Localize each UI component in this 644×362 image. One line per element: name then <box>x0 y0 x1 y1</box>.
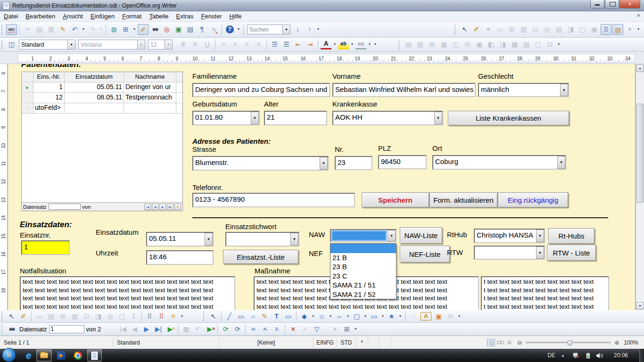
justify-icon[interactable]: ≡ <box>253 39 264 50</box>
cell-einsnr[interactable]: utoFeld> <box>33 103 65 114</box>
cell-einsnr[interactable]: 12 <box>33 93 65 103</box>
search-overflow-icon[interactable]: ▾ <box>316 24 321 35</box>
form-pointer-icon[interactable]: ↖ <box>6 311 17 322</box>
stars-dropdown-icon[interactable]: ▾ <box>398 311 403 322</box>
delete-record-icon[interactable]: ▶ <box>204 324 215 335</box>
object-bar-icon-9[interactable]: ◨ <box>497 39 508 50</box>
table-row[interactable]: 12 08.05.11 Testpersonnach <box>22 93 182 103</box>
einsatzstichwort-combo[interactable]: ▼ <box>225 232 299 247</box>
notfallsituation-textarea[interactable]: text text text text text text text text … <box>20 276 235 310</box>
activation-order-icon[interactable]: ⊡ <box>81 311 92 322</box>
taskbar-mediaplayer-button[interactable]: ▶ <box>54 349 69 362</box>
form-aktualisieren-button[interactable]: Form. aktualisieren <box>429 192 497 207</box>
align-right-icon[interactable]: ≡ <box>241 39 252 50</box>
italic-icon[interactable]: K <box>190 39 201 50</box>
search-input[interactable]: Suchen <box>248 26 282 33</box>
object-bar-icon-11[interactable]: ▧ <box>521 39 532 50</box>
toolbar-overflow-icon[interactable]: ▾ <box>236 24 241 35</box>
dropdown-icon[interactable]: ▼ <box>434 112 442 124</box>
rectangle-icon[interactable]: ▭ <box>236 311 247 322</box>
position-size-icon[interactable]: ▢ <box>116 311 127 322</box>
select-pointer-icon[interactable]: ↖ <box>459 24 470 35</box>
add-field-icon[interactable]: ▥ <box>69 311 80 322</box>
automatic-focus-icon[interactable]: ◎ <box>105 311 116 322</box>
strasse-combo[interactable]: Blumenstr.▼ <box>192 156 329 171</box>
cell-nachname[interactable]: Testpersonnach <box>124 93 176 103</box>
autospellcheck-icon[interactable]: ABC <box>6 24 17 35</box>
data-source-as-table-icon[interactable]: ⊞ <box>341 324 352 335</box>
volume-icon[interactable] <box>596 353 604 359</box>
guides-icon[interactable]: = <box>168 311 179 322</box>
scroll-down-icon[interactable]: ▼ <box>636 302 644 310</box>
horizontal-ruler[interactable]: 1234567891011121314151617181920212223242… <box>0 52 644 64</box>
callouts-dropdown-icon[interactable]: ▾ <box>380 311 385 322</box>
form-navigator2-icon[interactable]: ⊞ <box>58 311 68 322</box>
snap-to-grid-icon[interactable]: ⠿ <box>156 311 167 322</box>
scroll-up-icon[interactable]: ▲ <box>636 65 644 72</box>
image-button-icon[interactable]: ▣ <box>589 24 600 35</box>
rtw-liste-button[interactable]: RTW - Liste <box>547 245 596 261</box>
object-bar-icon-1[interactable]: ▤ <box>403 39 414 50</box>
object-bar-icon-10[interactable]: ▩ <box>509 39 520 50</box>
document-close-icon[interactable]: × <box>637 12 640 19</box>
copy-icon[interactable]: ▤ <box>34 24 45 35</box>
block-arrows-icon[interactable]: ⇔ <box>334 311 345 322</box>
cell-einsatzdatum[interactable]: 08.05.11 <box>65 93 124 103</box>
object-bar-icon-6[interactable]: ⊟ <box>462 39 473 50</box>
highlighting-icon[interactable]: ab <box>338 40 349 49</box>
vertical-scrollbar[interactable]: ▲ ▼ <box>636 64 644 310</box>
einsatzdatum-combo[interactable]: 05.05.11▼ <box>146 232 214 247</box>
patient-table[interactable]: Eins.-Nr. Einsatzdatum Nachname ▸ 1 05.0… <box>21 72 183 211</box>
dropdown-icon[interactable]: ▼ <box>557 156 565 169</box>
telefonnr-input[interactable]: 0123 - 4567890 <box>192 193 355 207</box>
font-name-value[interactable]: Verdana <box>79 41 137 48</box>
highlighting-dropdown-icon[interactable]: ▾ <box>350 39 355 50</box>
dropdown-icon[interactable]: ▼ <box>388 230 396 241</box>
bullet-list-icon[interactable]: ☰ <box>281 39 292 50</box>
record-number-input[interactable] <box>49 325 84 333</box>
menu-item[interactable]: Extras <box>173 11 198 21</box>
geschlecht-combo[interactable]: männlich▼ <box>478 83 569 97</box>
toolbar-grip[interactable] <box>454 25 456 34</box>
row-selector[interactable]: ▸ <box>22 82 33 93</box>
callouts-icon[interactable]: ▭ <box>369 311 380 322</box>
cell-einsatzdatum[interactable] <box>65 103 124 114</box>
redo-dropdown-icon[interactable]: ▾ <box>99 24 103 35</box>
form-design-toggle-icon[interactable]: ✐ <box>18 311 29 322</box>
object-bar-icon-2[interactable]: ▥ <box>415 39 426 50</box>
rt-hubs-button[interactable]: Rt-Hubs <box>548 228 594 244</box>
naw-option[interactable]: 23 C <box>330 272 396 281</box>
design-overflow-icon[interactable]: ▾ <box>180 311 184 322</box>
object-bar-icon-7[interactable]: ▣ <box>474 39 485 50</box>
find-replace-icon[interactable]: ◉◉ <box>149 24 160 35</box>
naw-option[interactable]: SAMA 21 / 52 <box>330 290 396 299</box>
dropdown-icon[interactable]: ▼ <box>290 233 298 246</box>
text-box-icon[interactable]: ▥ <box>518 24 529 35</box>
menu-item[interactable]: Ansicht <box>59 11 87 21</box>
einsatzstichwort-liste-button[interactable]: Einsatzst.-Liste <box>223 250 298 264</box>
line-icon[interactable]: ╱ <box>224 311 235 322</box>
naw-option[interactable] <box>330 244 396 253</box>
dropdown-icon[interactable]: ▼ <box>320 157 328 170</box>
object-bar-icon-8[interactable]: ◧ <box>486 39 496 50</box>
familienname-input[interactable]: Deringer von und zu Coburg Sachsen und <box>192 83 330 97</box>
clock[interactable]: 20:06 <box>614 352 628 359</box>
help-icon[interactable]: ? <box>226 25 234 33</box>
dropdown-icon[interactable]: ▼ <box>536 247 544 259</box>
rtw-combo[interactable]: ▼ <box>474 246 545 260</box>
gallery-icon[interactable]: ▣ <box>173 24 184 35</box>
formatting-marks-icon[interactable]: ¶ <box>197 24 207 35</box>
start-button[interactable]: ⊞ <box>2 348 16 362</box>
naw-option[interactable]: SAMA 21 / 51 <box>330 280 396 290</box>
eingabe-rueckgaengig-button[interactable]: Eing.rückgängig <box>498 192 568 207</box>
table-row[interactable]: ◦ utoFeld> <box>22 103 182 114</box>
data-sources-icon[interactable]: ▤ <box>185 24 196 35</box>
restore-button[interactable] <box>605 0 619 8</box>
uhrzeit-input[interactable]: 18:46 <box>146 250 214 265</box>
background-color-icon[interactable]: ▭ <box>355 40 366 49</box>
control-properties-icon[interactable]: ▭ <box>34 311 45 322</box>
increase-indent-icon[interactable]: ⇥ <box>305 39 315 50</box>
nef-liste-button[interactable]: NEF-Liste <box>400 246 450 263</box>
group-box-icon[interactable]: ⊞ <box>506 24 517 35</box>
insert-mode-status[interactable]: EINFG <box>314 338 337 347</box>
